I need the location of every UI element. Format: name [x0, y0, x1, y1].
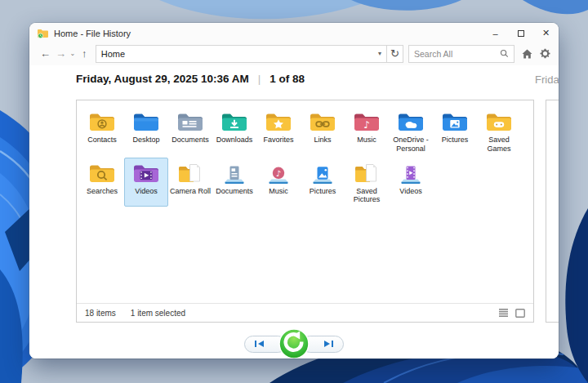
favorites-folder-icon: [264, 109, 293, 134]
file-item-label: Contacts: [87, 136, 117, 145]
file-item-label: Pictures: [310, 187, 336, 196]
forward-button[interactable]: →: [53, 48, 69, 59]
maximize-icon: [518, 30, 524, 37]
searches-folder-icon: [87, 161, 117, 185]
restore-button[interactable]: [278, 327, 310, 359]
saved-pictures-folder-icon: [352, 161, 381, 185]
recent-locations-button[interactable]: ⌄: [69, 50, 77, 57]
date-header: Friday, August 29, 2025 10:36 AM | 1 of …: [76, 73, 305, 85]
status-bar: 18 items 1 item selected: [77, 303, 533, 322]
item-count: 18 items: [85, 309, 116, 318]
file-item-label: Desktop: [132, 136, 159, 145]
file-item-label: Pictures: [442, 136, 469, 145]
file-item[interactable]: Camera Roll: [168, 158, 212, 207]
file-panel: Contacts Desktop Documents Downloads Fav…: [76, 100, 534, 323]
camera-roll-folder-icon: [176, 161, 205, 185]
up-button[interactable]: ↑: [77, 48, 92, 59]
file-item-label: Saved Games: [478, 136, 520, 154]
file-item-label: Music: [269, 187, 288, 196]
forward-icon: →: [56, 47, 66, 60]
documents-folder-icon: [176, 109, 205, 134]
file-item-label: Videos: [135, 187, 157, 196]
refresh-button[interactable]: ↻: [386, 45, 403, 63]
downloads-folder-icon: [220, 109, 249, 134]
file-item[interactable]: ♪Music: [256, 158, 301, 207]
main-content: Friday, August 29, 2025 10:36 AM | 1 of …: [29, 65, 559, 359]
titlebar[interactable]: Home - File History – ✕: [29, 23, 559, 43]
address-bar[interactable]: ▾: [96, 45, 387, 63]
file-item-label: Camera Roll: [170, 187, 211, 196]
next-version-icon: [323, 340, 334, 348]
toolbar: ← → ⌄ ↑ ▾ ↻: [29, 43, 559, 65]
large-icons-view-icon[interactable]: [515, 309, 525, 318]
file-item[interactable]: Favorites: [256, 106, 301, 156]
search-icon: [500, 49, 509, 58]
pictures-library-icon: [308, 161, 337, 185]
minimize-button[interactable]: –: [483, 23, 508, 43]
videos-folder-icon: [131, 161, 161, 185]
minimize-icon: –: [492, 29, 497, 38]
file-item-label: Saved Pictures: [345, 187, 388, 205]
home-icon: [522, 49, 532, 59]
refresh-icon: ↻: [390, 47, 399, 60]
up-arrow-icon: ↑: [82, 47, 87, 60]
previous-version-icon: [254, 340, 265, 348]
next-snapshot-date-partial: Friday,: [535, 73, 559, 86]
videos-library-icon: [396, 161, 425, 185]
file-item[interactable]: Downloads: [212, 106, 256, 156]
window-title: Home - File History: [54, 29, 131, 38]
back-icon: ←: [40, 47, 51, 60]
settings-button[interactable]: [540, 48, 550, 59]
close-button[interactable]: ✕: [533, 23, 559, 43]
file-item[interactable]: Saved Pictures: [345, 158, 389, 207]
chevron-down-icon: ⌄: [70, 50, 76, 57]
file-item-label: OneDrive - Personal: [390, 136, 432, 154]
file-item-label: Searches: [87, 187, 118, 196]
address-input[interactable]: [101, 49, 375, 59]
file-item-label: Music: [357, 136, 376, 145]
file-item-label: Documents: [172, 136, 209, 145]
address-dropdown-chevron-icon[interactable]: ▾: [375, 50, 385, 57]
file-history-app-icon: [37, 28, 49, 38]
file-item[interactable]: Searches: [80, 158, 124, 207]
file-history-window: Home - File History – ✕ ← → ⌄ ↑ ▾ ↻: [29, 23, 559, 359]
links-folder-icon: [308, 109, 337, 134]
file-item[interactable]: Documents: [168, 106, 212, 156]
file-item[interactable]: OneDrive - Personal: [389, 106, 433, 156]
file-item-label: Downloads: [216, 136, 253, 145]
documents-library-icon: [220, 161, 249, 185]
file-item-label: Videos: [399, 187, 421, 196]
selection-count: 1 item selected: [131, 309, 185, 318]
home-button[interactable]: [522, 49, 532, 59]
svg-text:♪: ♪: [276, 169, 281, 178]
file-item[interactable]: Contacts: [80, 106, 124, 156]
file-item[interactable]: Pictures: [433, 106, 477, 156]
search-input[interactable]: [414, 49, 500, 59]
onedrive-folder-icon: [396, 109, 425, 134]
file-item[interactable]: Links: [301, 106, 345, 156]
file-item[interactable]: Videos: [389, 158, 433, 207]
file-item[interactable]: Desktop: [124, 106, 168, 156]
details-view-icon[interactable]: [499, 309, 508, 317]
search-box[interactable]: [408, 45, 514, 63]
file-item[interactable]: Saved Games: [477, 106, 521, 156]
close-icon: ✕: [542, 28, 550, 38]
view-toggles: [499, 309, 525, 318]
maximize-button[interactable]: [508, 23, 533, 43]
file-item[interactable]: ♪Music: [345, 106, 389, 156]
music-library-icon: ♪: [264, 161, 293, 185]
contacts-folder-icon: [87, 109, 117, 134]
file-item-label: Favorites: [263, 136, 293, 145]
pictures-folder-icon: [440, 109, 470, 134]
back-button[interactable]: ←: [38, 48, 53, 59]
music-folder-icon: ♪: [352, 109, 381, 134]
file-grid: Contacts Desktop Documents Downloads Fav…: [77, 100, 533, 303]
next-snapshot-panel: [546, 100, 559, 323]
header-divider: |: [258, 73, 261, 85]
file-item-label: Documents: [216, 187, 253, 196]
saved-games-folder-icon: [484, 109, 514, 134]
file-item[interactable]: Pictures: [301, 158, 345, 207]
gear-icon: [540, 48, 550, 59]
file-item[interactable]: Documents: [212, 158, 256, 207]
file-item[interactable]: Videos: [124, 158, 168, 207]
